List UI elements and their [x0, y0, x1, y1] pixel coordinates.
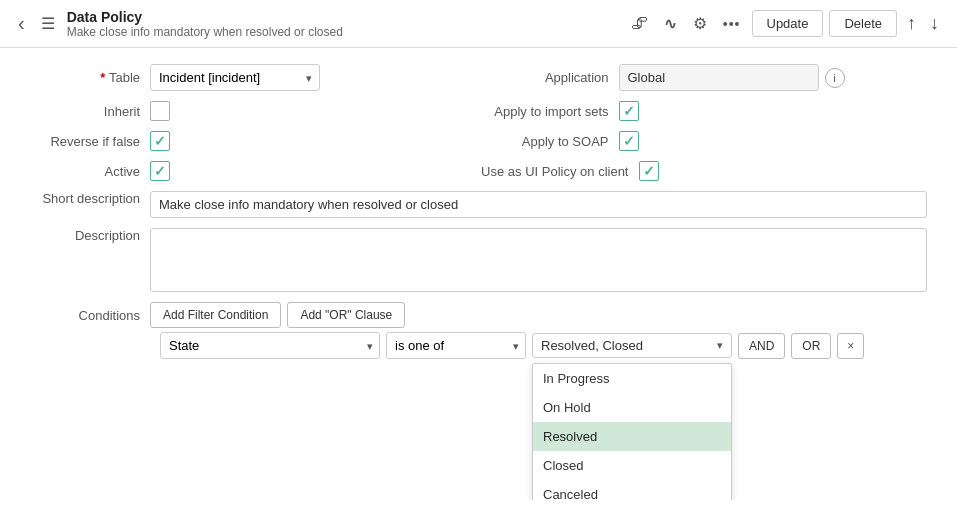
- active-field-group: Active ✓: [30, 161, 479, 181]
- short-description-row: Short description: [30, 191, 927, 218]
- description-textarea[interactable]: [150, 228, 927, 292]
- form-area: Table Incident [incident] ▾ Application …: [0, 48, 957, 500]
- activity-icon-button[interactable]: ∿: [659, 11, 682, 37]
- use-ui-checkmark: ✓: [643, 163, 655, 179]
- arrow-up-icon: ↑: [907, 13, 916, 33]
- apply-soap-checkmark: ✓: [623, 133, 635, 149]
- dropdown-item-canceled[interactable]: Canceled: [533, 480, 731, 500]
- is-one-of-select-wrap: is one of: [386, 332, 526, 359]
- header-actions: 🖇 ∿ ⚙ ••• Update Delete ↑ ↓: [626, 10, 943, 38]
- values-trigger-text: Resolved, Closed: [541, 338, 643, 353]
- settings-icon: ⚙: [693, 15, 707, 32]
- active-checkmark: ✓: [154, 163, 166, 179]
- state-select[interactable]: State: [160, 332, 380, 359]
- inherit-checkbox[interactable]: [150, 101, 170, 121]
- state-select-wrap: State: [160, 332, 380, 359]
- short-description-label: Short description: [30, 191, 150, 206]
- apply-import-field-group: Apply to import sets ✓: [479, 101, 928, 121]
- apply-import-checkbox[interactable]: ✓: [619, 101, 639, 121]
- or-button[interactable]: OR: [791, 333, 831, 359]
- use-ui-label: Use as UI Policy on client: [479, 164, 639, 179]
- active-checkbox[interactable]: ✓: [150, 161, 170, 181]
- paperclip-icon: 🖇: [631, 14, 648, 33]
- values-dropdown-container: Resolved, Closed ▾ In Progress On Hold R…: [532, 333, 732, 358]
- paperclip-icon-button[interactable]: 🖇: [626, 10, 653, 38]
- row-active-ui: Active ✓ Use as UI Policy on client ✓: [30, 161, 927, 181]
- row-inherit-import: Inherit Apply to import sets ✓: [30, 101, 927, 121]
- is-one-of-select[interactable]: is one of: [386, 332, 526, 359]
- dropdown-item-closed[interactable]: Closed: [533, 451, 731, 480]
- table-field-group: Table Incident [incident] ▾: [30, 64, 479, 91]
- filter-condition-row: State is one of Resolved, Closed ▾ In Pr…: [160, 332, 927, 359]
- description-row: Description: [30, 228, 927, 292]
- settings-icon-button[interactable]: ⚙: [688, 10, 712, 37]
- apply-soap-field-group: Apply to SOAP ✓: [479, 131, 928, 151]
- arrow-down-icon: ↓: [930, 13, 939, 33]
- reverse-label: Reverse if false: [30, 134, 150, 149]
- conditions-buttons: Add Filter Condition Add "OR" Clause: [150, 302, 405, 328]
- use-ui-field-group: Use as UI Policy on client ✓: [479, 161, 928, 181]
- menu-icon: ☰: [41, 14, 55, 33]
- update-button[interactable]: Update: [752, 10, 824, 37]
- inherit-field-group: Inherit: [30, 101, 479, 121]
- more-icon-button[interactable]: •••: [718, 11, 746, 37]
- dropdown-item-in-progress[interactable]: In Progress: [533, 364, 731, 393]
- apply-soap-checkbox[interactable]: ✓: [619, 131, 639, 151]
- application-field-group: Application i: [479, 64, 928, 91]
- add-or-clause-button[interactable]: Add "OR" Clause: [287, 302, 405, 328]
- values-listbox: In Progress On Hold Resolved Closed Canc…: [532, 363, 732, 500]
- arrow-down-button[interactable]: ↓: [926, 11, 943, 36]
- header-left: ‹ ☰ Data Policy Make close info mandator…: [14, 8, 618, 39]
- remove-condition-button[interactable]: ×: [837, 333, 864, 359]
- values-trigger[interactable]: Resolved, Closed ▾: [532, 333, 732, 358]
- back-icon: ‹: [18, 12, 25, 35]
- conditions-label: Conditions: [30, 302, 150, 323]
- active-label: Active: [30, 164, 150, 179]
- row-reverse-soap: Reverse if false ✓ Apply to SOAP ✓: [30, 131, 927, 151]
- use-ui-checkbox[interactable]: ✓: [639, 161, 659, 181]
- menu-button[interactable]: ☰: [37, 10, 59, 37]
- and-button[interactable]: AND: [738, 333, 785, 359]
- short-description-input[interactable]: [150, 191, 927, 218]
- reverse-field-group: Reverse if false ✓: [30, 131, 479, 151]
- application-input[interactable]: [619, 64, 819, 91]
- reverse-checkmark: ✓: [154, 133, 166, 149]
- header: ‹ ☰ Data Policy Make close info mandator…: [0, 0, 957, 48]
- apply-import-label: Apply to import sets: [479, 104, 619, 119]
- page-title: Data Policy: [67, 9, 343, 25]
- inherit-label: Inherit: [30, 104, 150, 119]
- activity-icon: ∿: [664, 15, 677, 32]
- more-icon: •••: [723, 16, 741, 32]
- apply-import-checkmark: ✓: [623, 103, 635, 119]
- dropdown-item-resolved[interactable]: Resolved: [533, 422, 731, 451]
- page-subtitle: Make close info mandatory when resolved …: [67, 25, 343, 39]
- back-button[interactable]: ‹: [14, 8, 29, 39]
- dropdown-item-on-hold[interactable]: On Hold: [533, 393, 731, 422]
- arrow-up-button[interactable]: ↑: [903, 11, 920, 36]
- apply-soap-label: Apply to SOAP: [479, 134, 619, 149]
- values-trigger-arrow: ▾: [717, 339, 723, 352]
- application-label: Application: [479, 70, 619, 85]
- description-label: Description: [30, 228, 150, 243]
- table-select[interactable]: Incident [incident]: [150, 64, 320, 91]
- header-title-block: Data Policy Make close info mandatory wh…: [67, 9, 343, 39]
- table-label: Table: [30, 70, 150, 85]
- add-filter-button[interactable]: Add Filter Condition: [150, 302, 281, 328]
- reverse-checkbox[interactable]: ✓: [150, 131, 170, 151]
- table-select-wrap: Incident [incident] ▾: [150, 64, 320, 91]
- row-table-application: Table Incident [incident] ▾ Application …: [30, 64, 927, 91]
- conditions-row: Conditions Add Filter Condition Add "OR"…: [30, 302, 927, 328]
- delete-button[interactable]: Delete: [829, 10, 897, 37]
- info-icon[interactable]: i: [825, 68, 845, 88]
